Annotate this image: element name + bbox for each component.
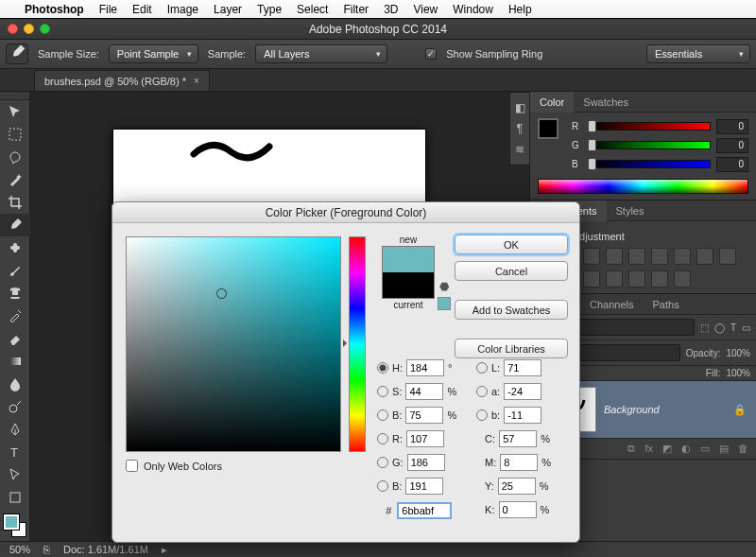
new-group-icon[interactable]: ▭	[700, 443, 710, 455]
bch-radio[interactable]	[377, 480, 388, 492]
c-field[interactable]	[499, 430, 537, 447]
g-field[interactable]	[407, 454, 445, 471]
tab-channels[interactable]: Channels	[580, 294, 643, 315]
adjustment-icon[interactable]	[606, 270, 623, 287]
menu-select[interactable]: Select	[297, 3, 328, 16]
collapsed-panel-icon[interactable]: ≋	[512, 142, 527, 157]
l-field[interactable]	[504, 359, 541, 376]
sv-marker[interactable]	[216, 288, 227, 299]
foreground-background-color[interactable]	[0, 513, 30, 539]
add-to-swatches-button[interactable]: Add to Swatches	[455, 300, 568, 320]
color-spectrum[interactable]	[538, 179, 748, 194]
menu-view[interactable]: View	[413, 3, 438, 16]
g-slider[interactable]	[589, 141, 711, 149]
clone-stamp-tool[interactable]	[0, 282, 30, 305]
color-panel-foreground-swatch[interactable]	[538, 118, 558, 139]
zoom-level[interactable]: 50%	[9, 544, 30, 555]
menu-filter[interactable]: Filter	[343, 3, 369, 16]
hue-slider-handle[interactable]	[343, 339, 349, 347]
minimize-window-button[interactable]	[24, 24, 34, 34]
adjustment-icon[interactable]	[651, 248, 668, 265]
a-radio[interactable]	[476, 386, 488, 397]
saturation-value-field[interactable]	[126, 236, 341, 452]
r-field[interactable]	[406, 430, 444, 447]
menu-edit[interactable]: Edit	[132, 3, 152, 16]
adjustment-icon[interactable]	[583, 270, 600, 287]
marquee-tool[interactable]	[0, 123, 30, 146]
new-fill-icon[interactable]: ◐	[681, 443, 691, 455]
menu-file[interactable]: File	[99, 3, 117, 16]
tab-swatches[interactable]: Swatches	[574, 92, 638, 113]
m-field[interactable]	[500, 454, 538, 471]
a-field[interactable]	[504, 383, 541, 400]
hex-field[interactable]	[397, 502, 452, 519]
eyedropper-tool-icon[interactable]	[6, 44, 28, 64]
adjustment-icon[interactable]	[696, 248, 713, 265]
document-tab[interactable]: brushes.psd @ 50% (RGB/8) * ×	[34, 70, 210, 91]
adjustment-icon[interactable]	[719, 248, 736, 265]
adjustment-icon[interactable]	[606, 248, 623, 265]
lasso-tool[interactable]	[0, 146, 30, 168]
show-sampling-ring-checkbox[interactable]: ✓	[425, 48, 437, 60]
h-radio[interactable]	[377, 362, 388, 374]
menu-photoshop[interactable]: Photoshop	[25, 3, 84, 16]
gamut-warning-icon[interactable]: ⬣	[439, 280, 452, 292]
workspace-dropdown[interactable]: Essentials	[646, 44, 750, 63]
history-brush-tool[interactable]	[0, 305, 30, 327]
g-value[interactable]: 0	[716, 138, 748, 153]
close-window-button[interactable]	[8, 24, 18, 34]
path-selection-tool[interactable]	[0, 463, 30, 486]
adjustment-icon[interactable]	[651, 270, 668, 287]
new-current-swatch[interactable]	[382, 246, 435, 299]
bb-field[interactable]	[504, 407, 541, 424]
healing-brush-tool[interactable]	[0, 236, 30, 259]
websafe-swatch[interactable]	[438, 297, 451, 310]
type-tool[interactable]: T	[0, 441, 30, 463]
dodge-tool[interactable]	[0, 395, 30, 418]
only-web-colors-checkbox[interactable]	[126, 460, 138, 472]
sample-size-dropdown[interactable]: Point Sample	[109, 44, 198, 63]
collapsed-panel-icon[interactable]: ◧	[512, 100, 527, 115]
opacity-value[interactable]: 100%	[726, 348, 750, 358]
eraser-tool[interactable]	[0, 327, 30, 350]
layer-fx-icon[interactable]: fx	[644, 443, 653, 455]
delete-layer-icon[interactable]: 🗑	[738, 443, 748, 455]
move-tool[interactable]	[0, 100, 30, 123]
shape-tool[interactable]	[0, 486, 30, 509]
lock-icon[interactable]: 🔒	[733, 404, 747, 416]
menu-layer[interactable]: Layer	[214, 3, 242, 16]
b-radio[interactable]	[377, 409, 388, 421]
new-layer-icon[interactable]: ▤	[719, 443, 729, 455]
r-radio[interactable]	[377, 433, 388, 444]
brush-tool[interactable]	[0, 259, 30, 282]
magic-wand-tool[interactable]	[0, 168, 30, 191]
adjustment-icon[interactable]	[628, 270, 645, 287]
hue-slider[interactable]	[349, 236, 366, 452]
y-field[interactable]	[498, 478, 536, 495]
adjustment-icon[interactable]	[628, 248, 645, 265]
bch-field[interactable]	[405, 478, 443, 495]
fill-value[interactable]: 100%	[726, 368, 750, 378]
tab-color[interactable]: Color	[530, 92, 574, 113]
b-field[interactable]	[405, 407, 443, 424]
layer-mask-icon[interactable]: ◩	[662, 443, 672, 455]
adjustment-icon[interactable]	[583, 248, 600, 265]
status-chevron-icon[interactable]: ▸	[162, 544, 167, 556]
link-layers-icon[interactable]: ⧉	[627, 443, 635, 455]
doc-size[interactable]: Doc: 1.61M/1.61M	[63, 544, 148, 555]
tab-paths[interactable]: Paths	[644, 294, 689, 315]
h-field[interactable]	[406, 359, 444, 376]
status-icon[interactable]: ⎘	[43, 544, 50, 555]
adjustment-icon[interactable]	[674, 248, 691, 265]
menu-image[interactable]: Image	[167, 3, 198, 16]
r-value[interactable]: 0	[716, 119, 748, 134]
menu-type[interactable]: Type	[257, 3, 282, 16]
s-field[interactable]	[405, 383, 443, 400]
menu-help[interactable]: Help	[508, 3, 532, 16]
r-slider[interactable]	[589, 122, 711, 131]
eyedropper-tool[interactable]	[0, 214, 30, 236]
k-field[interactable]	[499, 501, 537, 518]
b-slider[interactable]	[589, 160, 711, 168]
zoom-window-button[interactable]	[40, 24, 50, 34]
tab-styles[interactable]: Styles	[607, 200, 654, 221]
